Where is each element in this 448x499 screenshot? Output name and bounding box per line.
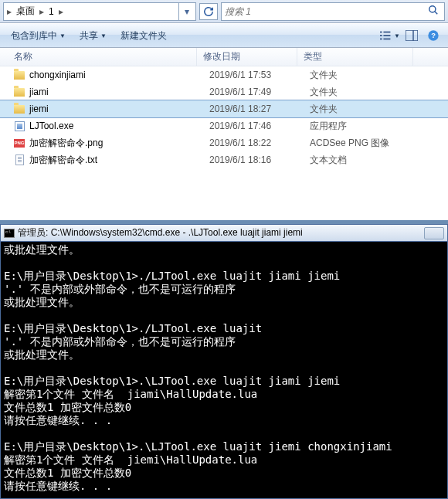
file-type: 文件夹 xyxy=(310,103,426,116)
refresh-icon xyxy=(203,6,214,17)
file-name: 加密解密命令.png xyxy=(29,137,209,150)
file-rows: chongxinjiami2019/6/1 17:53文件夹jiami2019/… xyxy=(0,66,448,168)
cmd-line: 请按任意键继续. . . xyxy=(4,480,444,493)
svg-rect-5 xyxy=(383,35,390,36)
include-label: 包含到库中 xyxy=(11,29,57,42)
svg-rect-8 xyxy=(406,30,418,41)
cmd-output[interactable]: 或批处理文件。 E:\用户目录\Desktop\1>./LJTool.exe l… xyxy=(1,242,447,499)
cmd-line xyxy=(4,309,444,322)
folder-icon xyxy=(12,86,26,98)
col-type-header[interactable]: 类型 xyxy=(297,48,413,66)
chevron-right-icon: ▸ xyxy=(5,6,13,17)
file-date: 2019/6/1 18:16 xyxy=(209,154,310,165)
minimize-button[interactable] xyxy=(424,227,444,239)
address-bar: ▸ 桌面 ▸ 1 ▸ ▾ xyxy=(0,0,448,23)
cmd-title-text: 管理员: C:\Windows\system32\cmd.exe - .\LJT… xyxy=(18,226,421,239)
cmd-line xyxy=(4,256,444,270)
breadcrumb-seg[interactable]: 桌面 xyxy=(13,4,38,19)
cmd-line: '.' 不是内部或外部命令，也不是可运行的程序 xyxy=(4,283,444,296)
file-date: 2019/6/1 17:53 xyxy=(209,70,310,80)
file-type: 文本文档 xyxy=(310,154,426,167)
cmd-line: '.' 不是内部或外部命令，也不是可运行的程序 xyxy=(4,335,444,348)
chevron-right-icon: ▸ xyxy=(38,6,46,17)
svg-point-0 xyxy=(429,6,436,12)
svg-rect-4 xyxy=(380,35,382,36)
file-type: ACDSee PNG 图像 xyxy=(310,137,426,150)
cmd-line: 文件总数1 加密文件总数0 xyxy=(4,401,444,414)
dropdown-icon: ▼ xyxy=(100,32,107,39)
exe-icon xyxy=(12,120,26,132)
share-button[interactable]: 共享 ▼ xyxy=(73,26,113,45)
dropdown-icon[interactable]: ▾ xyxy=(178,3,194,20)
svg-text:?: ? xyxy=(431,32,436,39)
file-row[interactable]: 加密解密命令.txt2019/6/1 18:16文本文档 xyxy=(0,151,448,168)
txt-icon xyxy=(12,154,26,166)
file-row[interactable]: LJTool.exe2019/6/1 17:46应用程序 xyxy=(0,117,448,134)
breadcrumb[interactable]: ▸ 桌面 ▸ 1 ▸ ▾ xyxy=(3,2,196,21)
cmd-line: 解密第1个文件 文件名 jiami\HallUpdate.lua xyxy=(4,388,444,401)
include-library-button[interactable]: 包含到库中 ▼ xyxy=(5,26,72,45)
svg-rect-7 xyxy=(383,39,390,40)
file-row[interactable]: jiemi2019/6/1 18:27文件夹 xyxy=(0,100,448,117)
file-name: LJTool.exe xyxy=(29,121,209,131)
file-row[interactable]: PNG加密解密命令.png2019/6/1 18:22ACDSee PNG 图像 xyxy=(0,134,448,151)
new-folder-button[interactable]: 新建文件夹 xyxy=(114,26,173,45)
file-date: 2019/6/1 17:49 xyxy=(209,87,310,97)
folder-icon xyxy=(12,103,26,115)
share-label: 共享 xyxy=(80,29,98,42)
view-icon xyxy=(380,30,392,41)
cmd-line xyxy=(4,493,444,499)
search-box[interactable] xyxy=(221,2,445,21)
file-row[interactable]: chongxinjiami2019/6/1 17:53文件夹 xyxy=(0,66,448,83)
cmd-line: E:\用户目录\Desktop\1>.\LJTool.exe luajit ji… xyxy=(4,375,444,388)
file-type: 应用程序 xyxy=(310,120,426,133)
column-headers: 名称 修改日期 类型 xyxy=(0,48,448,66)
dropdown-icon: ▼ xyxy=(394,32,400,39)
file-type: 文件夹 xyxy=(310,86,426,99)
folder-icon xyxy=(12,69,26,81)
col-date-header[interactable]: 修改日期 xyxy=(197,48,297,66)
svg-rect-2 xyxy=(380,32,382,33)
newfolder-label: 新建文件夹 xyxy=(120,29,167,42)
svg-rect-3 xyxy=(383,32,390,33)
cmd-line: 请按任意键继续. . . xyxy=(4,414,444,427)
chevron-right-icon: ▸ xyxy=(57,6,65,17)
cmd-window: 管理员: C:\Windows\system32\cmd.exe - .\LJT… xyxy=(0,224,448,499)
cmd-line xyxy=(4,362,444,375)
search-input[interactable] xyxy=(225,6,426,17)
cmd-line: E:\用户目录\Desktop\1>.\LJTool.exe luajit ji… xyxy=(4,440,444,453)
dropdown-icon: ▼ xyxy=(59,32,66,39)
explorer-window: ▸ 桌面 ▸ 1 ▸ ▾ 包含到库中 ▼ 共享 ▼ 新建文件夹 xyxy=(0,0,448,220)
file-date: 2019/6/1 17:46 xyxy=(209,121,310,131)
cmd-line: 或批处理文件。 xyxy=(4,348,444,362)
file-type: 文件夹 xyxy=(310,69,426,82)
view-button[interactable]: ▼ xyxy=(380,26,400,45)
preview-pane-button[interactable] xyxy=(402,26,422,45)
svg-line-1 xyxy=(435,12,438,15)
toolbar: 包含到库中 ▼ 共享 ▼ 新建文件夹 ▼ ? xyxy=(0,23,448,48)
cmd-line: 解密第1个文件 文件名 jiemi\HallUpdate.lua xyxy=(4,453,444,467)
cmd-line: E:\用户目录\Desktop\1>./LJTool.exe luajit xyxy=(4,322,444,335)
breadcrumb-seg[interactable]: 1 xyxy=(46,4,57,19)
col-name-header[interactable]: 名称 xyxy=(0,48,197,66)
cmd-line: E:\用户目录\Desktop\1>./LJTool.exe luajit ji… xyxy=(4,270,444,283)
png-icon: PNG xyxy=(12,137,26,149)
pane-icon xyxy=(406,30,418,41)
cmd-line xyxy=(4,427,444,440)
search-icon[interactable] xyxy=(426,5,441,18)
cmd-titlebar[interactable]: 管理员: C:\Windows\system32\cmd.exe - .\LJT… xyxy=(1,225,447,242)
file-date: 2019/6/1 18:27 xyxy=(209,104,310,114)
cmd-icon xyxy=(4,229,15,238)
file-list-area: 名称 修改日期 类型 chongxinjiami2019/6/1 17:53文件… xyxy=(0,48,448,220)
help-icon: ? xyxy=(427,29,440,42)
file-row[interactable]: jiami2019/6/1 17:49文件夹 xyxy=(0,83,448,100)
cmd-line: 或批处理文件。 xyxy=(4,296,444,309)
file-name: jiami xyxy=(29,87,209,97)
refresh-button[interactable] xyxy=(199,3,218,20)
file-name: jiemi xyxy=(29,104,209,114)
help-button[interactable]: ? xyxy=(423,26,443,45)
file-name: chongxinjiami xyxy=(29,70,209,80)
cmd-line: 文件总数1 加密文件总数0 xyxy=(4,467,444,480)
file-name: 加密解密命令.txt xyxy=(29,154,209,167)
cmd-line: 或批处理文件。 xyxy=(4,243,444,256)
